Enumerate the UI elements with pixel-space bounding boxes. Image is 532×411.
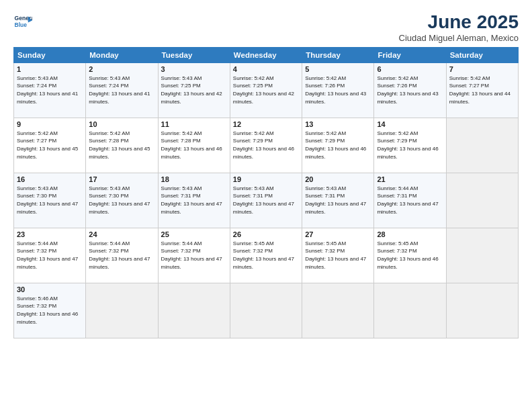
calendar-cell: 26Sunrise: 5:45 AMSunset: 7:32 PMDayligh… bbox=[230, 228, 302, 283]
day-number: 27 bbox=[305, 230, 371, 238]
day-number: 4 bbox=[233, 65, 299, 73]
calendar-cell bbox=[230, 283, 302, 338]
calendar-cell: 27Sunrise: 5:45 AMSunset: 7:32 PMDayligh… bbox=[302, 228, 374, 283]
weekday-header-friday: Friday bbox=[374, 47, 446, 62]
calendar-cell: 24Sunrise: 5:44 AMSunset: 7:32 PMDayligh… bbox=[86, 228, 158, 283]
day-info: Sunrise: 5:42 AMSunset: 7:26 PMDaylight:… bbox=[305, 75, 371, 105]
day-number: 30 bbox=[17, 285, 83, 293]
title-block: June 2025 Ciudad Miguel Aleman, Mexico bbox=[399, 12, 519, 43]
day-number: 21 bbox=[377, 175, 443, 183]
day-number: 9 bbox=[17, 120, 83, 128]
day-info: Sunrise: 5:43 AMSunset: 7:25 PMDaylight:… bbox=[161, 75, 227, 105]
week-row-2: 9Sunrise: 5:42 AMSunset: 7:27 PMDaylight… bbox=[14, 118, 519, 173]
day-info: Sunrise: 5:42 AMSunset: 7:27 PMDaylight:… bbox=[17, 130, 83, 161]
week-row-3: 16Sunrise: 5:43 AMSunset: 7:30 PMDayligh… bbox=[14, 173, 519, 228]
day-number: 13 bbox=[305, 120, 371, 128]
day-number: 5 bbox=[305, 65, 371, 73]
calendar-cell: 13Sunrise: 5:42 AMSunset: 7:29 PMDayligh… bbox=[302, 118, 374, 173]
calendar-cell: 12Sunrise: 5:42 AMSunset: 7:29 PMDayligh… bbox=[230, 118, 302, 173]
calendar-cell: 5Sunrise: 5:42 AMSunset: 7:26 PMDaylight… bbox=[302, 62, 374, 118]
day-info: Sunrise: 5:44 AMSunset: 7:32 PMDaylight:… bbox=[161, 240, 227, 271]
day-info: Sunrise: 5:43 AMSunset: 7:31 PMDaylight:… bbox=[233, 185, 299, 216]
weekday-header-sunday: Sunday bbox=[14, 47, 86, 62]
month-year: June 2025 bbox=[399, 12, 519, 33]
calendar-cell bbox=[446, 283, 518, 338]
calendar-cell: 6Sunrise: 5:42 AMSunset: 7:26 PMDaylight… bbox=[374, 62, 446, 118]
calendar-cell bbox=[446, 118, 518, 173]
day-info: Sunrise: 5:42 AMSunset: 7:29 PMDaylight:… bbox=[377, 130, 443, 161]
calendar-cell: 14Sunrise: 5:42 AMSunset: 7:29 PMDayligh… bbox=[374, 118, 446, 173]
calendar-cell bbox=[446, 173, 518, 228]
day-number: 14 bbox=[377, 120, 443, 128]
calendar-cell: 4Sunrise: 5:42 AMSunset: 7:25 PMDaylight… bbox=[230, 62, 302, 118]
day-number: 20 bbox=[305, 175, 371, 183]
calendar-cell: 20Sunrise: 5:43 AMSunset: 7:31 PMDayligh… bbox=[302, 173, 374, 228]
header: General Blue June 2025 Ciudad Miguel Ale… bbox=[13, 12, 519, 43]
day-info: Sunrise: 5:42 AMSunset: 7:29 PMDaylight:… bbox=[305, 130, 371, 161]
day-number: 23 bbox=[17, 230, 83, 238]
week-row-4: 23Sunrise: 5:44 AMSunset: 7:32 PMDayligh… bbox=[14, 228, 519, 283]
day-info: Sunrise: 5:42 AMSunset: 7:28 PMDaylight:… bbox=[161, 130, 227, 161]
calendar-cell bbox=[374, 283, 446, 338]
day-info: Sunrise: 5:43 AMSunset: 7:31 PMDaylight:… bbox=[161, 185, 227, 216]
calendar-cell: 7Sunrise: 5:42 AMSunset: 7:27 PMDaylight… bbox=[446, 62, 518, 118]
day-info: Sunrise: 5:44 AMSunset: 7:31 PMDaylight:… bbox=[377, 185, 443, 216]
day-info: Sunrise: 5:42 AMSunset: 7:27 PMDaylight:… bbox=[449, 75, 515, 105]
calendar-cell: 9Sunrise: 5:42 AMSunset: 7:27 PMDaylight… bbox=[14, 118, 86, 173]
calendar-cell: 28Sunrise: 5:45 AMSunset: 7:32 PMDayligh… bbox=[374, 228, 446, 283]
day-number: 26 bbox=[233, 230, 299, 238]
calendar-cell: 17Sunrise: 5:43 AMSunset: 7:30 PMDayligh… bbox=[86, 173, 158, 228]
day-info: Sunrise: 5:42 AMSunset: 7:29 PMDaylight:… bbox=[233, 130, 299, 161]
calendar-cell bbox=[302, 283, 374, 338]
calendar-cell: 30Sunrise: 5:46 AMSunset: 7:32 PMDayligh… bbox=[14, 283, 86, 338]
logo: General Blue bbox=[13, 12, 32, 31]
day-info: Sunrise: 5:43 AMSunset: 7:31 PMDaylight:… bbox=[305, 185, 371, 216]
day-info: Sunrise: 5:45 AMSunset: 7:32 PMDaylight:… bbox=[377, 240, 443, 271]
calendar-cell: 23Sunrise: 5:44 AMSunset: 7:32 PMDayligh… bbox=[14, 228, 86, 283]
day-number: 16 bbox=[17, 175, 83, 183]
day-info: Sunrise: 5:45 AMSunset: 7:32 PMDaylight:… bbox=[233, 240, 299, 271]
day-number: 10 bbox=[89, 120, 154, 128]
svg-text:Blue: Blue bbox=[15, 21, 28, 28]
day-info: Sunrise: 5:44 AMSunset: 7:32 PMDaylight:… bbox=[89, 240, 154, 271]
weekday-header-wednesday: Wednesday bbox=[230, 47, 302, 62]
day-number: 3 bbox=[161, 65, 227, 73]
calendar-cell bbox=[446, 228, 518, 283]
day-number: 19 bbox=[233, 175, 299, 183]
calendar-cell: 2Sunrise: 5:43 AMSunset: 7:24 PMDaylight… bbox=[86, 62, 158, 118]
day-number: 17 bbox=[89, 175, 154, 183]
day-info: Sunrise: 5:43 AMSunset: 7:24 PMDaylight:… bbox=[89, 75, 154, 105]
day-info: Sunrise: 5:43 AMSunset: 7:30 PMDaylight:… bbox=[89, 185, 154, 216]
calendar-cell: 19Sunrise: 5:43 AMSunset: 7:31 PMDayligh… bbox=[230, 173, 302, 228]
day-info: Sunrise: 5:42 AMSunset: 7:25 PMDaylight:… bbox=[233, 75, 299, 105]
weekday-header-tuesday: Tuesday bbox=[158, 47, 230, 62]
weekday-header-row: SundayMondayTuesdayWednesdayThursdayFrid… bbox=[14, 47, 519, 62]
day-info: Sunrise: 5:46 AMSunset: 7:32 PMDaylight:… bbox=[17, 295, 83, 326]
week-row-5: 30Sunrise: 5:46 AMSunset: 7:32 PMDayligh… bbox=[14, 283, 519, 338]
calendar-cell: 25Sunrise: 5:44 AMSunset: 7:32 PMDayligh… bbox=[158, 228, 230, 283]
calendar-cell: 10Sunrise: 5:42 AMSunset: 7:28 PMDayligh… bbox=[86, 118, 158, 173]
calendar-cell: 18Sunrise: 5:43 AMSunset: 7:31 PMDayligh… bbox=[158, 173, 230, 228]
day-number: 12 bbox=[233, 120, 299, 128]
day-number: 25 bbox=[161, 230, 227, 238]
calendar-cell: 16Sunrise: 5:43 AMSunset: 7:30 PMDayligh… bbox=[14, 173, 86, 228]
day-info: Sunrise: 5:43 AMSunset: 7:30 PMDaylight:… bbox=[17, 185, 83, 216]
day-number: 2 bbox=[89, 65, 154, 73]
calendar-cell: 1Sunrise: 5:43 AMSunset: 7:24 PMDaylight… bbox=[14, 62, 86, 118]
calendar-cell: 3Sunrise: 5:43 AMSunset: 7:25 PMDaylight… bbox=[158, 62, 230, 118]
day-info: Sunrise: 5:42 AMSunset: 7:28 PMDaylight:… bbox=[89, 130, 154, 161]
weekday-header-thursday: Thursday bbox=[302, 47, 374, 62]
day-info: Sunrise: 5:43 AMSunset: 7:24 PMDaylight:… bbox=[17, 75, 83, 105]
day-number: 6 bbox=[377, 65, 443, 73]
day-info: Sunrise: 5:45 AMSunset: 7:32 PMDaylight:… bbox=[305, 240, 371, 271]
calendar-table: SundayMondayTuesdayWednesdayThursdayFrid… bbox=[13, 47, 519, 338]
day-number: 18 bbox=[161, 175, 227, 183]
weekday-header-saturday: Saturday bbox=[446, 47, 518, 62]
calendar-cell bbox=[158, 283, 230, 338]
location: Ciudad Miguel Aleman, Mexico bbox=[399, 33, 519, 43]
weekday-header-monday: Monday bbox=[86, 47, 158, 62]
day-info: Sunrise: 5:42 AMSunset: 7:26 PMDaylight:… bbox=[377, 75, 443, 105]
day-info: Sunrise: 5:44 AMSunset: 7:32 PMDaylight:… bbox=[17, 240, 83, 271]
day-number: 24 bbox=[89, 230, 154, 238]
logo-icon: General Blue bbox=[13, 12, 32, 31]
